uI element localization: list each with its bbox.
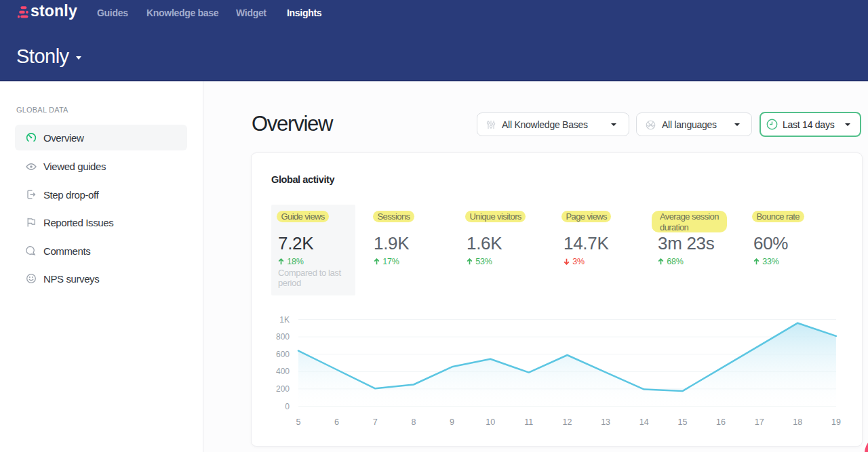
svg-text:19: 19: [831, 417, 841, 427]
svg-text:9: 9: [450, 417, 454, 427]
svg-text:600: 600: [276, 350, 290, 359]
svg-text:800: 800: [276, 332, 290, 342]
svg-text:12: 12: [563, 417, 572, 427]
svg-text:16: 16: [716, 417, 726, 427]
svg-text:0: 0: [285, 402, 290, 411]
svg-text:11: 11: [524, 417, 533, 427]
svg-text:14: 14: [639, 417, 649, 427]
svg-text:6: 6: [334, 417, 339, 427]
svg-text:200: 200: [276, 384, 290, 394]
svg-text:8: 8: [411, 417, 416, 427]
svg-text:13: 13: [601, 417, 610, 427]
svg-text:1K: 1K: [279, 315, 290, 325]
svg-text:5: 5: [296, 417, 301, 427]
svg-text:15: 15: [677, 417, 687, 427]
svg-text:10: 10: [486, 417, 495, 427]
svg-text:7: 7: [373, 417, 378, 427]
svg-text:400: 400: [276, 367, 290, 376]
svg-text:17: 17: [755, 417, 764, 427]
svg-text:18: 18: [793, 417, 802, 427]
